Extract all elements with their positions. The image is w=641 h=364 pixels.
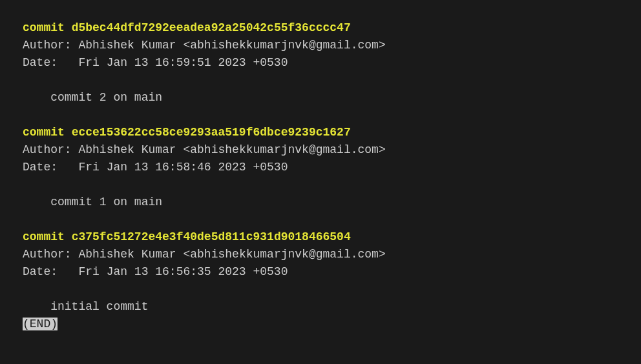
commit-message: commit 1 on main [23, 194, 618, 211]
git-log-output: commit d5bec44dfd7292eeadea92a25042c55f3… [23, 19, 618, 333]
commit-entry: commit c375fc51272e4e3f40de5d811c931d901… [23, 228, 618, 316]
commit-entry: commit d5bec44dfd7292eeadea92a25042c55f3… [23, 19, 618, 106]
commit-hash: d5bec44dfd7292eeadea92a25042c55f36cccc47 [72, 21, 351, 34]
author-line: Author: Abhishek Kumar <abhishekkumarjnv… [23, 141, 618, 159]
commit-message: commit 2 on main [23, 89, 618, 106]
commit-header-line: commit ecce153622cc58ce9293aa519f6dbce92… [23, 124, 618, 141]
date-line: Date: Fri Jan 13 16:58:46 2023 +0530 [23, 159, 618, 176]
commit-entry: commit ecce153622cc58ce9293aa519f6dbce92… [23, 124, 618, 211]
author-value: Abhishek Kumar <abhishekkumarjnvk@gmail.… [78, 143, 385, 156]
commit-message: initial commit [23, 298, 618, 316]
blank-line [23, 72, 618, 89]
blank-line [23, 281, 618, 298]
date-value: Fri Jan 13 16:59:51 2023 +0530 [78, 56, 288, 69]
blank-line [23, 176, 618, 194]
author-value: Abhishek Kumar <abhishekkumarjnvk@gmail.… [78, 39, 385, 52]
date-label: Date: [23, 161, 58, 174]
date-value: Fri Jan 13 16:58:46 2023 +0530 [78, 161, 288, 174]
commit-header-line: commit c375fc51272e4e3f40de5d811c931d901… [23, 228, 618, 246]
author-line: Author: Abhishek Kumar <abhishekkumarjnv… [23, 246, 618, 263]
commit-header-line: commit d5bec44dfd7292eeadea92a25042c55f3… [23, 19, 618, 37]
author-label: Author: [23, 248, 72, 261]
pager-end-line: (END) [23, 316, 618, 333]
date-label: Date: [23, 56, 58, 69]
commit-label: commit [23, 21, 65, 34]
author-value: Abhishek Kumar <abhishekkumarjnvk@gmail.… [78, 248, 385, 261]
commit-label: commit [23, 230, 65, 243]
commit-hash: ecce153622cc58ce9293aa519f6dbce9239c1627 [72, 126, 351, 139]
commit-label: commit [23, 126, 65, 139]
date-label: Date: [23, 265, 58, 278]
date-line: Date: Fri Jan 13 16:59:51 2023 +0530 [23, 54, 618, 72]
end-marker: (END) [23, 318, 58, 330]
commit-hash: c375fc51272e4e3f40de5d811c931d9018466504 [72, 230, 351, 243]
date-value: Fri Jan 13 16:56:35 2023 +0530 [78, 265, 288, 278]
date-line: Date: Fri Jan 13 16:56:35 2023 +0530 [23, 263, 618, 281]
author-label: Author: [23, 143, 72, 156]
author-label: Author: [23, 39, 72, 52]
author-line: Author: Abhishek Kumar <abhishekkumarjnv… [23, 37, 618, 54]
